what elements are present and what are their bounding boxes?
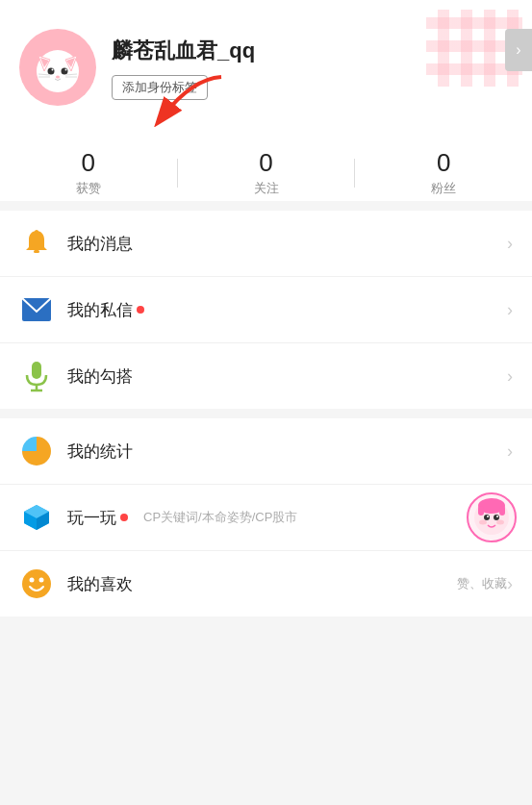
- mic-icon-wrap: [19, 359, 54, 393]
- menu-item-stats[interactable]: 我的统计 ›: [0, 418, 532, 485]
- smiley-icon-wrap: [19, 566, 54, 601]
- play-sub-label: CP关键词/本命姿势/CP股市: [143, 509, 297, 526]
- svg-rect-18: [32, 362, 41, 379]
- stat-followers[interactable]: 0 粉丝: [355, 148, 532, 197]
- svg-point-5: [48, 68, 55, 75]
- bell-icon: [21, 228, 52, 259]
- dm-text-wrap: 我的私信: [67, 299, 507, 321]
- following-label: 关注: [254, 180, 279, 197]
- svg-point-31: [494, 515, 499, 520]
- menu-item-likes[interactable]: 我的喜欢 赞、收藏 ›: [0, 551, 532, 616]
- chevron-right-icon: ›: [516, 41, 520, 59]
- likes-menu-label: 我的喜欢: [67, 573, 133, 595]
- play-text-wrap: 玩一玩 CP关键词/本命姿势/CP股市: [67, 507, 513, 529]
- messages-chevron-icon: ›: [507, 234, 513, 254]
- match-chevron-icon: ›: [507, 366, 513, 387]
- messages-label: 我的消息: [67, 233, 133, 255]
- mail-icon: [21, 297, 52, 322]
- match-text-wrap: 我的勾搭: [67, 365, 507, 388]
- svg-rect-29: [499, 506, 505, 516]
- menu-section-2: 我的统计 › 玩一玩 CP关键词/本命姿势/CP股市: [0, 418, 532, 616]
- play-label: 玩一玩: [67, 507, 116, 529]
- pie-chart-icon: [20, 435, 53, 467]
- svg-point-32: [487, 516, 489, 517]
- profile-expand-button[interactable]: ›: [505, 29, 532, 71]
- float-char-image: [470, 496, 513, 539]
- followers-count: 0: [437, 148, 450, 178]
- menu-item-match[interactable]: 我的勾搭 ›: [0, 343, 532, 409]
- menu-item-messages[interactable]: 我的消息 ›: [0, 211, 532, 277]
- following-count: 0: [259, 148, 272, 178]
- likes-label: 获赞: [76, 180, 101, 197]
- stat-likes[interactable]: 0 获赞: [0, 148, 177, 197]
- menu-item-play[interactable]: 玩一玩 CP关键词/本命姿势/CP股市: [0, 485, 532, 551]
- arrow-annotation: [154, 69, 231, 127]
- likes-chevron-icon: ›: [507, 574, 513, 594]
- svg-point-16: [35, 230, 38, 234]
- profile-section: ›: [0, 0, 532, 129]
- stat-following[interactable]: 0 关注: [178, 148, 355, 197]
- avatar[interactable]: [19, 29, 96, 106]
- section-gap-1: [0, 201, 532, 211]
- svg-point-9: [56, 76, 60, 79]
- messages-text-wrap: 我的消息: [67, 233, 507, 255]
- svg-point-30: [484, 515, 490, 520]
- red-arrow-icon: [154, 69, 231, 127]
- svg-point-34: [479, 520, 487, 525]
- likes-count: 0: [82, 148, 95, 178]
- dm-notification-dot: [137, 306, 144, 314]
- dm-label: 我的私信: [67, 299, 133, 321]
- match-label: 我的勾搭: [67, 365, 133, 388]
- svg-point-6: [62, 68, 68, 75]
- svg-rect-28: [478, 506, 484, 516]
- mail-icon-wrap: [19, 292, 54, 327]
- menu-item-dm[interactable]: 我的私信 ›: [0, 277, 532, 343]
- box-icon: [20, 501, 53, 534]
- box-icon-wrap: [19, 500, 54, 535]
- svg-point-37: [30, 578, 35, 583]
- svg-point-38: [39, 578, 44, 583]
- likes-sub-label: 赞、收藏: [457, 575, 507, 592]
- menu-section-1: 我的消息 › 我的私信 ›: [0, 211, 532, 409]
- svg-rect-15: [34, 250, 39, 253]
- stats-chevron-icon: ›: [507, 441, 513, 462]
- svg-point-35: [496, 520, 504, 525]
- likes-text-wrap: 我的喜欢: [67, 573, 442, 595]
- stats-label: 我的统计: [67, 440, 133, 463]
- mic-icon: [22, 360, 51, 392]
- svg-point-7: [52, 69, 54, 71]
- pie-chart-icon-wrap: [19, 434, 54, 468]
- svg-point-8: [65, 69, 67, 71]
- followers-label: 粉丝: [431, 180, 456, 197]
- avatar-cat-image: [29, 38, 87, 96]
- svg-point-0: [37, 50, 79, 92]
- section-gap-2: [0, 409, 532, 418]
- bell-icon-wrap: [19, 226, 54, 261]
- dm-chevron-icon: ›: [507, 300, 513, 320]
- svg-point-33: [496, 516, 498, 517]
- smiley-icon: [20, 567, 53, 600]
- stats-text-wrap: 我的统计: [67, 440, 507, 463]
- float-character: [467, 492, 517, 542]
- play-notification-dot: [120, 514, 128, 521]
- svg-point-36: [22, 569, 51, 598]
- stats-row: 0 获赞 0 关注 0 粉丝: [0, 129, 532, 201]
